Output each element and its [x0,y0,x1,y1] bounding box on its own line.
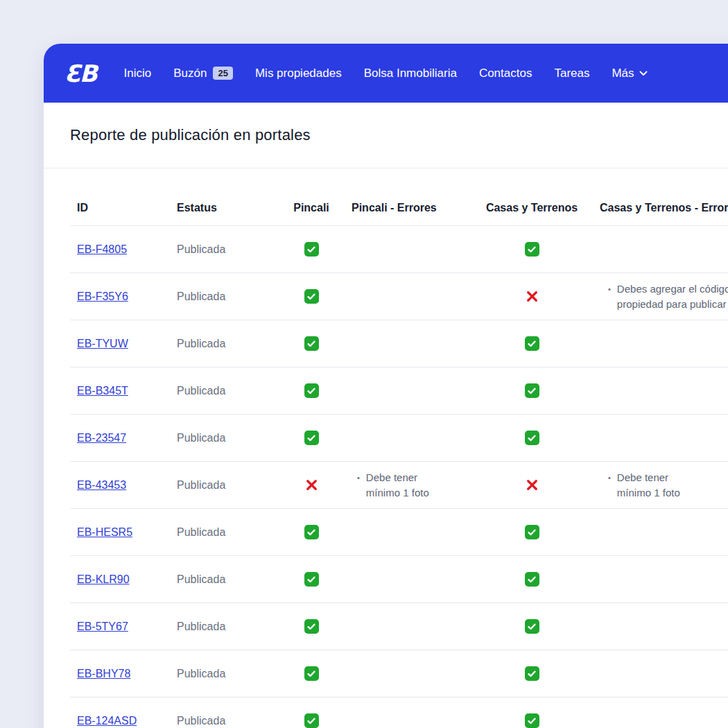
property-id-link[interactable]: EB-B345T [77,385,128,397]
pincali-ok-icon [304,383,319,398]
status-text: Publicada [177,432,225,444]
casas-errors-cell: • Debes agregar el código postal de lapr… [587,273,728,320]
table-row-eb-bhy78: EB-BHY78 Publicada [70,650,728,697]
table-row-eb-tyuw: EB-TYUW Publicada [70,320,728,367]
casas-y-terrenos-ok-icon [525,572,539,587]
status-text: Publicada [177,338,225,349]
nav-item-label: Tareas [554,67,589,80]
pincali-status-cell [278,556,345,603]
status-text: Publicada [177,479,225,491]
nav-item-buzon[interactable]: Buzón 25 [173,67,233,80]
report-table-container: IDEstatusPincaliPincali - ErroresCasas y… [70,196,728,728]
casas-errors-cell [587,415,728,462]
error-item: • Debe tenermínimo 1 foto [600,470,728,501]
nav-item-mas[interactable]: Más [612,67,647,80]
property-id-link[interactable]: EB-23547 [77,432,126,444]
casas-errors-cell [587,697,728,728]
casas-y-terrenos-ok-icon [525,666,539,681]
pincali-errors-cell [345,697,476,728]
status-text: Publicada [177,715,225,727]
casas-y-terrenos-ok-icon [525,525,539,539]
property-id-link[interactable]: EB-KLR90 [77,573,130,585]
pincali-errors-cell [345,320,476,367]
casas-errors-cell [587,320,728,367]
casas-y-terrenos-ok-icon [525,619,539,634]
pincali-errors-cell [345,367,476,415]
status-text: Publicada [177,243,225,255]
app-window: ƐB Inicio Buzón 25 Mis propiedades Bolsa… [44,44,728,728]
pincali-errors-cell [345,509,476,556]
nav-item-label: Mis propiedades [255,67,342,80]
pincali-status-cell [278,462,345,509]
property-id-link[interactable]: EB-HESR5 [77,526,132,538]
pincali-error-icon [304,478,319,492]
casas-errors-cell [587,556,728,603]
column-header-estatus: Estatus [170,196,278,226]
casas-errors-cell [587,509,728,556]
table-row-eb-124asd: EB-124ASD Publicada [70,697,728,728]
status-text: Publicada [177,291,225,302]
brand-logo[interactable]: ƐB [64,60,96,87]
column-header-casas-y-terrenos-errores: Casas y Terrenos - Errores [587,196,728,226]
casas-y-terrenos-ok-icon [525,713,539,728]
nav-item-label: Bolsa Inmobiliaria [364,67,457,80]
pincali-ok-icon [304,525,319,539]
pincali-errors-cell [345,226,476,273]
property-id-link[interactable]: EB-TYUW [77,338,128,349]
nav-item-bolsa-inmobiliaria[interactable]: Bolsa Inmobiliaria [364,67,457,80]
casas-status-cell [476,556,587,603]
nav-item-inicio[interactable]: Inicio [124,67,152,80]
casas-y-terrenos-ok-icon [525,383,539,398]
pincali-ok-icon [304,713,319,728]
pincali-status-cell [278,273,345,320]
pincali-status-cell [278,320,345,367]
error-text: Debes agregar el código postal de laprop… [617,281,728,312]
status-text: Publicada [177,526,225,538]
pincali-ok-icon [304,431,319,445]
table-row-eb-f35y6: EB-F35Y6 Publicada • Debes agregar el có… [70,273,728,320]
pincali-status-cell [278,650,345,697]
table-row-eb-b345t: EB-B345T Publicada [70,367,728,415]
property-id-link[interactable]: EB-5TY67 [77,621,128,632]
casas-status-cell [476,462,587,509]
error-item: • Debes agregar el código postal de lapr… [600,281,728,312]
pincali-errors-cell [345,603,476,650]
property-id-link[interactable]: EB-F4805 [77,243,127,255]
pincali-ok-icon [304,666,319,681]
pincali-errors-cell [345,650,476,697]
pincali-errors-cell [345,415,476,462]
property-id-link[interactable]: EB-43453 [77,479,126,491]
property-id-link[interactable]: EB-124ASD [77,715,137,727]
pincali-errors-cell [345,273,476,320]
nav-item-mis-propiedades[interactable]: Mis propiedades [255,67,342,80]
status-text: Publicada [177,621,225,632]
nav-item-label: Contactos [479,67,532,80]
status-text: Publicada [177,385,225,397]
property-id-link[interactable]: EB-F35Y6 [77,291,128,302]
table-row-eb-klr90: EB-KLR90 Publicada [70,556,728,603]
nav-item-contactos[interactable]: Contactos [479,67,532,80]
page-header: Reporte de publicación en portales [44,103,728,168]
nav-item-label: Más [612,67,634,80]
column-header-id: ID [70,196,170,226]
status-text: Publicada [177,668,225,679]
casas-y-terrenos-error-icon [525,478,539,492]
error-text: Debe tenermínimo 1 foto [366,470,429,501]
pincali-status-cell [278,697,345,728]
nav-item-tareas[interactable]: Tareas [554,67,589,80]
nav-item-label: Inicio [124,67,152,80]
table-row-eb-hesr5: EB-HESR5 Publicada [70,509,728,556]
table-row-eb-5ty67: EB-5TY67 Publicada [70,603,728,650]
casas-errors-cell [587,603,728,650]
error-text: Debe tenermínimo 1 foto [617,470,680,501]
pincali-errors-cell: • Debe tenermínimo 1 foto [345,462,476,509]
pincali-ok-icon [304,242,319,257]
chevron-down-icon [639,71,648,76]
property-id-link[interactable]: EB-BHY78 [77,668,130,679]
bullet-icon: • [608,281,611,297]
casas-status-cell [476,273,587,320]
column-header-pincali: Pincali [278,196,345,226]
report-table: IDEstatusPincaliPincali - ErroresCasas y… [70,196,728,728]
casas-status-cell [476,226,587,273]
status-text: Publicada [177,573,225,585]
